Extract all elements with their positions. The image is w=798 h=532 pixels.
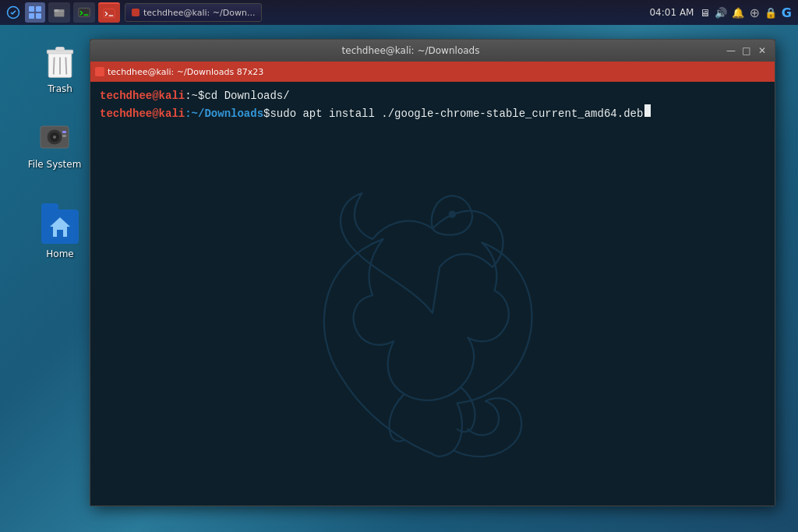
prompt-path-2: :~/Downloads (185, 106, 263, 122)
filesystem-label: File System (28, 159, 82, 170)
power-icon[interactable]: G (782, 5, 792, 20)
svg-rect-2 (36, 6, 41, 12)
terminal-line-2: techdhee@kali:~/Downloads$ sudo apt inst… (100, 104, 765, 122)
svg-rect-7 (79, 8, 90, 16)
terminal-tabbar: techdhee@kali: ~/Downloads 87x23 (90, 62, 775, 82)
prompt-cmd-2: sudo apt install ./google-chrome-stable_… (270, 106, 643, 122)
svg-rect-1 (29, 6, 34, 12)
svg-rect-3 (29, 13, 34, 19)
taskbar-left: techdhee@kali: ~/Down... (0, 2, 262, 23)
prompt-tilde-1: :~ (185, 88, 198, 104)
svg-line-12 (65, 57, 66, 74)
terminal-tab-1[interactable]: techdhee@kali: ~/Downloads 87x23 (95, 67, 263, 77)
svg-rect-8 (104, 9, 115, 17)
terminal-cursor (644, 104, 651, 117)
prompt-dollar-2: $ (263, 106, 270, 122)
terminal-tab-title: techdhee@kali: ~/Downloads 87x23 (108, 67, 263, 77)
home-icon-image (41, 208, 79, 245)
window-color-indicator (132, 9, 139, 16)
minimize-button[interactable]: — (725, 45, 737, 56)
window-controls: — □ ✕ (725, 45, 768, 56)
svg-rect-20 (62, 135, 66, 137)
terminal-active-taskbar-icon[interactable] (98, 2, 120, 23)
home-label: Home (46, 248, 73, 259)
prompt-user-2: techdhee@kali (100, 106, 185, 122)
file-manager-taskbar-icon[interactable] (48, 2, 70, 23)
workspace1-icon[interactable] (25, 2, 45, 23)
taskbar-time: 04:01 AM (649, 7, 694, 18)
display-icon[interactable]: 🖥 (700, 7, 710, 19)
kali-dragon-watermark (245, 186, 620, 482)
add-icon[interactable]: ⊕ (749, 5, 759, 20)
terminal-window: techdhee@kali: ~/Downloads — □ ✕ techdhe… (90, 39, 775, 506)
active-window-title: techdhee@kali: ~/Down... (143, 8, 255, 18)
prompt-user-1: techdhee@kali (100, 88, 185, 104)
terminal-line-1: techdhee@kali:~$ cd Downloads/ (100, 88, 765, 104)
active-window-button[interactable]: techdhee@kali: ~/Down... (125, 3, 262, 22)
terminal-taskbar-icon2[interactable] (73, 2, 95, 23)
prompt-dollar-1: $ (198, 88, 204, 104)
filesystem-icon (37, 120, 72, 154)
trash-label: Trash (48, 83, 72, 94)
svg-marker-21 (50, 217, 70, 227)
svg-point-24 (450, 212, 455, 217)
svg-rect-14 (55, 48, 64, 51)
terminal-content[interactable]: techdhee@kali:~$ cd Downloads/ techdhee@… (90, 82, 775, 506)
notification-icon[interactable]: 🔔 (732, 7, 744, 19)
svg-rect-23 (57, 230, 63, 237)
home-house-svg (48, 216, 72, 238)
filesystem-desktop-icon[interactable]: File System (23, 115, 86, 173)
svg-line-10 (54, 57, 55, 74)
close-button[interactable]: ✕ (756, 45, 768, 56)
svg-point-18 (53, 136, 56, 139)
svg-rect-6 (55, 9, 59, 12)
home-desktop-icon[interactable]: Home (29, 205, 91, 262)
trash-desktop-icon[interactable]: Trash (29, 40, 91, 97)
lock-icon[interactable]: 🔒 (764, 7, 777, 19)
svg-rect-19 (62, 131, 66, 133)
system-tray: 🖥 🔊 🔔 ⊕ 🔒 G (700, 5, 792, 20)
terminal-titlebar-text: techdhee@kali: ~/Downloads (97, 45, 725, 56)
home-icon (41, 210, 79, 244)
taskbar-right: 04:01 AM 🖥 🔊 🔔 ⊕ 🔒 G (649, 5, 798, 20)
prompt-cmd-1: cd Downloads/ (204, 88, 289, 104)
terminal-tab-icon (95, 67, 104, 76)
maximize-button[interactable]: □ (740, 45, 753, 56)
svg-rect-4 (36, 13, 41, 19)
terminal-titlebar: techdhee@kali: ~/Downloads — □ ✕ (90, 40, 775, 62)
taskbar: techdhee@kali: ~/Down... 04:01 AM 🖥 🔊 🔔 … (0, 0, 798, 25)
trash-icon-image (41, 43, 79, 80)
volume-icon[interactable]: 🔊 (715, 7, 727, 19)
trash-icon (43, 43, 77, 80)
filesystem-icon-image (36, 118, 73, 156)
kali-menu-icon[interactable] (3, 2, 23, 23)
